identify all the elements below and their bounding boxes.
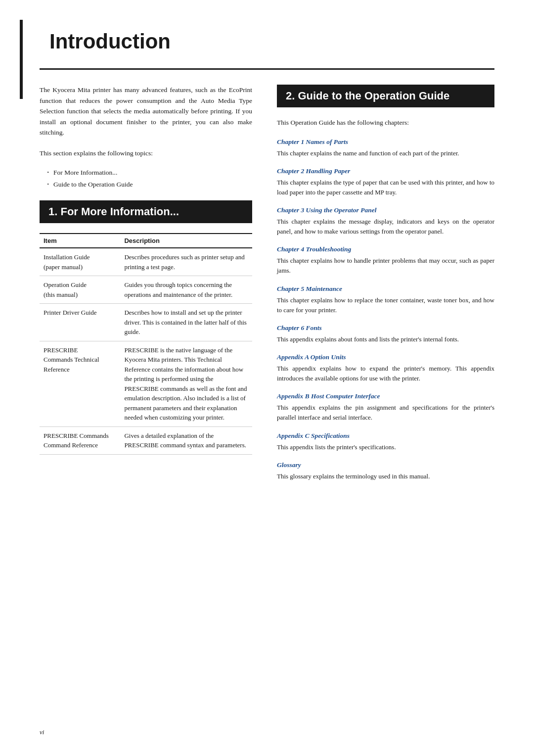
table-cell-desc: Guides you through topics concerning the… (120, 276, 252, 304)
chapter-5-desc: This chapter explains how to replace the… (277, 295, 494, 315)
section-intro-text: This section explains the following topi… (40, 148, 252, 159)
table-cell-desc: Gives a detailed explanation of the PRES… (120, 426, 252, 454)
info-table: Item Description Installation Guide(pape… (40, 233, 252, 455)
chapter-4-title: Chapter 4 Troubleshooting (277, 245, 494, 253)
page-header: Introduction (40, 30, 494, 53)
table-cell-desc: Describes procedures such as printer set… (120, 248, 252, 276)
table-cell-item: PRESCRIBECommands TechnicalReference (40, 341, 120, 426)
chapter-3-entry: Chapter 3 Using the Operator Panel This … (277, 206, 494, 236)
table-cell-desc: Describes how to install and set up the … (120, 304, 252, 341)
left-column: The Kyocera Mita printer has many advanc… (40, 85, 252, 490)
chapter-1-title: Chapter 1 Names of Parts (277, 138, 494, 146)
table-header-description: Description (120, 234, 252, 248)
intro-paragraph: The Kyocera Mita printer has many advanc… (40, 85, 252, 138)
section2-heading: 2. Guide to the Operation Guide (277, 85, 494, 107)
chapter-5-entry: Chapter 5 Maintenance This chapter expla… (277, 285, 494, 315)
chapter-4-desc: This chapter explains how to handle prin… (277, 256, 494, 276)
bullet-list: For More Information... Guide to the Ope… (40, 167, 252, 191)
table-cell-item: PRESCRIBE CommandsCommand Reference (40, 426, 120, 454)
appendix-b-desc: This appendix explains the pin assignmen… (277, 403, 494, 423)
page-title: Introduction (49, 30, 494, 53)
left-decoration-bar (20, 20, 23, 99)
appendix-a-desc: This appendix explains how to expand the… (277, 364, 494, 383)
appendix-c-title: Appendix C Specifications (277, 432, 494, 440)
appendix-c-desc: This appendix lists the printer's specif… (277, 442, 494, 452)
chapter-2-title: Chapter 2 Handling Paper (277, 167, 494, 175)
chapter-2-desc: This chapter explains the type of paper … (277, 178, 494, 197)
glossary-entry: Glossary This glossary explains the term… (277, 461, 494, 481)
page: Introduction The Kyocera Mita printer ha… (0, 0, 534, 756)
glossary-desc: This glossary explains the terminology u… (277, 472, 494, 481)
appendix-b-title: Appendix B Host Computer Interface (277, 392, 494, 400)
chapter-6-title: Chapter 6 Fonts (277, 324, 494, 332)
chapter-2-entry: Chapter 2 Handling Paper This chapter ex… (277, 167, 494, 197)
chapter-4-entry: Chapter 4 Troubleshooting This chapter e… (277, 245, 494, 276)
appendix-b-entry: Appendix B Host Computer Interface This … (277, 392, 494, 423)
header-rule (40, 68, 494, 70)
table-row: PRESCRIBECommands TechnicalReference PRE… (40, 341, 252, 426)
chapter-1-entry: Chapter 1 Names of Parts This chapter ex… (277, 138, 494, 158)
right-column: 2. Guide to the Operation Guide This Ope… (277, 85, 494, 490)
table-row: Installation Guide(paper manual) Describ… (40, 248, 252, 276)
glossary-title: Glossary (277, 461, 494, 469)
table-row: Printer Driver Guide Describes how to in… (40, 304, 252, 341)
chapter-6-entry: Chapter 6 Fonts This appendix explains a… (277, 324, 494, 344)
appendix-a-title: Appendix A Option Units (277, 353, 494, 361)
appendix-c-entry: Appendix C Specifications This appendix … (277, 432, 494, 452)
table-cell-item: Printer Driver Guide (40, 304, 120, 341)
list-item: Guide to the Operation Guide (44, 179, 252, 190)
page-number: vi (40, 728, 44, 736)
table-row: PRESCRIBE CommandsCommand Reference Give… (40, 426, 252, 454)
chapter-6-desc: This appendix explains about fonts and l… (277, 334, 494, 344)
chapter-3-title: Chapter 3 Using the Operator Panel (277, 206, 494, 214)
table-row: Operation Guide(this manual) Guides you … (40, 276, 252, 304)
appendix-a-entry: Appendix A Option Units This appendix ex… (277, 353, 494, 383)
chapter-5-title: Chapter 5 Maintenance (277, 285, 494, 293)
table-cell-desc: PRESCRIBE is the native language of the … (120, 341, 252, 426)
section1-heading: 1. For More Information... (40, 200, 252, 223)
list-item: For More Information... (44, 167, 252, 179)
guide-intro: This Operation Guide has the following c… (277, 117, 494, 128)
table-cell-item: Operation Guide(this manual) (40, 276, 120, 304)
chapter-3-desc: This chapter explains the message displa… (277, 217, 494, 236)
chapter-1-desc: This chapter explains the name and funct… (277, 148, 494, 158)
table-header-item: Item (40, 234, 120, 248)
table-cell-item: Installation Guide(paper manual) (40, 248, 120, 276)
main-content: The Kyocera Mita printer has many advanc… (40, 85, 494, 490)
